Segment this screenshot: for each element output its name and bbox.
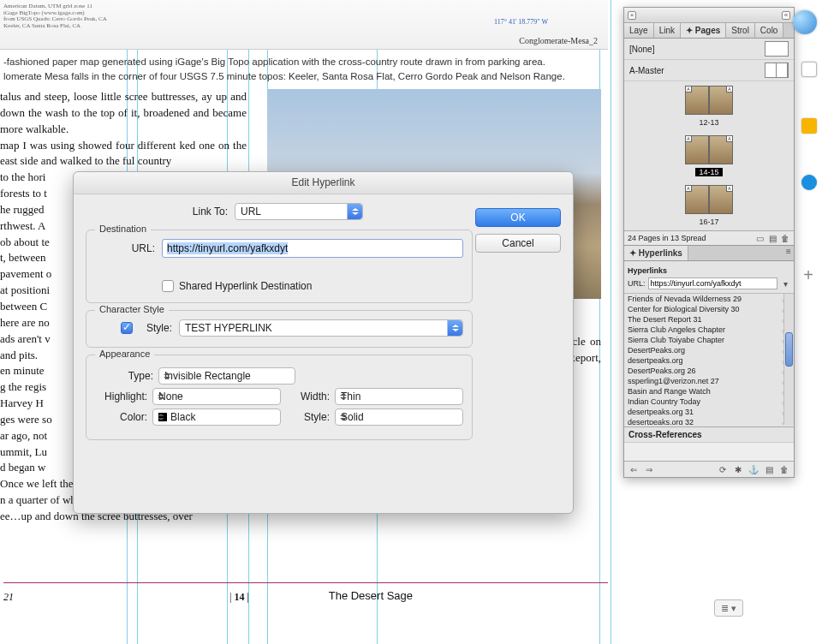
hyperlink-item[interactable]: Sierra Club Angeles Chapter — [624, 325, 794, 335]
caption-line2: lomerate Mesa falls in the corner of fou… — [3, 69, 603, 84]
coords-left: -117° 47' 28.295" W — [3, 0, 60, 2]
scrollbar[interactable] — [783, 294, 794, 425]
map-title: Conglomerate-Mesa_2 — [519, 35, 598, 48]
spread-12-13[interactable]: AA12-13 — [624, 81, 794, 131]
hyperlink-item[interactable]: The Desert Report 31 — [624, 314, 794, 325]
url-label: URL: — [95, 242, 155, 254]
link-to-select[interactable]: URL — [235, 203, 363, 220]
highlight-select[interactable]: None — [152, 388, 281, 405]
side-app-icons — [801, 27, 817, 190]
style-checkbox[interactable] — [121, 322, 133, 334]
hyperlinks-list[interactable]: Friends of Nevada Wilderness 29Center fo… — [624, 293, 794, 425]
close-icon[interactable]: × — [628, 11, 636, 20]
hyperlinks-iconbar: ⇐ ⇒ ⟳ ✱ ⚓ ▤ 🗑 — [624, 461, 794, 477]
link-to-label: Link To: — [180, 206, 228, 218]
highlight-label: Highlight: — [95, 391, 147, 402]
spread-14-15[interactable]: AA14-15 — [624, 131, 794, 181]
panel-tab-colo[interactable]: Colo — [755, 23, 784, 38]
coords-right: 117° 41' 18.779" W — [494, 17, 548, 27]
pages-panel-tabs: LayeLink✦ PagesStrolColo — [624, 23, 794, 39]
dialog-title: Edit Hyperlink — [74, 172, 573, 194]
calendar-icon[interactable] — [801, 62, 817, 77]
type-label: Type: — [95, 370, 153, 382]
hyperlink-item[interactable]: Indian Country Today — [624, 397, 794, 407]
new-page-icon[interactable]: ▤ — [767, 233, 777, 243]
style2-select[interactable]: Solid — [335, 408, 463, 426]
new-hyperlink-icon[interactable]: ▤ — [764, 464, 774, 474]
pages-status-bar: 24 Pages in 13 Spread ▭ ▤ 🗑 — [624, 230, 794, 245]
cross-references-header[interactable]: Cross-References — [624, 426, 794, 442]
keep-icon[interactable] — [801, 118, 817, 134]
footer-publication: The Desert Sage — [329, 588, 413, 605]
trash-icon[interactable]: 🗑 — [779, 464, 789, 474]
link-icon[interactable]: ✱ — [733, 464, 743, 474]
hyperlink-item[interactable]: Center for Biological Diversity 30 — [624, 304, 794, 314]
anchor-icon[interactable]: ⚓ — [748, 464, 759, 474]
hyperlink-item[interactable]: desertpeaks.org — [624, 355, 794, 366]
master-none[interactable]: [None] — [624, 39, 794, 60]
page-number-center: | 14 | — [229, 590, 249, 605]
hyperlink-item[interactable]: desertpeaks.org 32 — [624, 417, 794, 425]
page-number-left: 21 — [3, 590, 14, 605]
hl-url-input[interactable] — [648, 277, 777, 289]
edit-page-icon[interactable]: ▭ — [754, 233, 765, 243]
style2-label: Style: — [291, 411, 330, 423]
edit-hyperlink-dialog: Edit Hyperlink OK Cancel Link To: URL De… — [73, 171, 574, 514]
appearance-legend: Appearance — [95, 349, 154, 359]
pages-panel-body: [None] A-Master AA12-13AA14-15AA16-17 24… — [624, 39, 794, 245]
shared-label: Shared Hyperlink Destination — [179, 280, 312, 292]
destination-legend: Destination — [95, 224, 151, 234]
cancel-button[interactable]: Cancel — [475, 234, 561, 253]
hl-url-dropdown-icon[interactable]: ▾ — [780, 278, 790, 289]
hyperlinks-panel: ✦ Hyperlinks ≡ Hyperlinks URL: ▾ Friends… — [624, 245, 794, 477]
go-forward-icon[interactable]: ⇒ — [644, 464, 654, 474]
appearance-fieldset: Appearance Type: Invisible Rectangle Hig… — [86, 355, 473, 440]
pages-status-text: 24 Pages in 13 Spread — [628, 234, 706, 242]
panel-tab-laye[interactable]: Laye — [624, 23, 654, 38]
hyperlink-item[interactable]: Basin and Range Watch — [624, 386, 794, 397]
ok-button[interactable]: OK — [475, 208, 561, 227]
hyperlinks-tab[interactable]: ✦ Hyperlinks — [624, 246, 688, 260]
width-label: Width: — [291, 391, 330, 402]
map-header: American Datum, UTM grid zone 11 iGage B… — [0, 0, 608, 50]
rule — [3, 582, 608, 583]
caption-line1: -fashioned paper map generated using iGa… — [3, 55, 603, 69]
cross-references-body — [624, 442, 794, 461]
panel-stack: × « LayeLink✦ PagesStrolColo [None] A-Ma… — [623, 7, 795, 478]
destination-fieldset: Destination URL: https://tinyurl.com/yaf… — [86, 230, 473, 303]
panel-topbar[interactable]: × « — [624, 8, 794, 23]
hyperlink-item[interactable]: Friends of Nevada Wilderness 29 — [624, 294, 794, 304]
hl-url-label: URL: — [628, 279, 646, 288]
character-style-select[interactable]: TEST HYPERLINK — [179, 319, 463, 337]
type-select[interactable]: Invisible Rectangle — [158, 367, 295, 385]
shared-checkbox[interactable] — [162, 280, 174, 292]
hyperlink-item[interactable]: Sierra Club Toiyabe Chapter — [624, 335, 794, 345]
width-select[interactable]: Thin — [335, 388, 463, 405]
hyperlink-item[interactable]: DesertPeaks.org — [624, 345, 794, 355]
panel-menu-icon[interactable]: ≡ — [783, 246, 794, 256]
hyperlink-item[interactable]: DesertPeaks.org 26 — [624, 366, 794, 376]
add-sidebar-icon[interactable]: + — [803, 265, 813, 285]
master-a[interactable]: A-Master — [624, 60, 794, 81]
list-style-button[interactable]: ≣ ▾ — [714, 599, 743, 617]
color-select[interactable]: Black — [152, 408, 281, 426]
trash-icon[interactable]: 🗑 — [780, 233, 790, 243]
update-icon[interactable]: ⟳ — [718, 464, 728, 474]
collapse-icon[interactable]: « — [782, 11, 790, 20]
character-style-legend: Character Style — [95, 304, 169, 314]
map-datum: American Datum, UTM grid zone 11 iGage B… — [3, 3, 107, 30]
panel-tab-link[interactable]: Link — [654, 23, 681, 38]
panel-tab-pages[interactable]: ✦ Pages — [681, 23, 726, 38]
spread-16-17[interactable]: AA16-17 — [624, 181, 794, 230]
style-label: Style: — [138, 322, 172, 334]
color-label: Color: — [95, 411, 147, 423]
panel-tab-strol[interactable]: Strol — [726, 23, 755, 38]
hyperlink-item[interactable]: desertpeaks.org 31 — [624, 407, 794, 417]
tasks-icon[interactable] — [801, 175, 817, 190]
hyperlink-item[interactable]: ssperling1@verizon.net 27 — [624, 376, 794, 386]
go-back-icon[interactable]: ⇐ — [628, 464, 639, 474]
url-input[interactable]: https://tinyurl.com/yafkxdyt — [162, 239, 463, 258]
figure-caption: -fashioned paper map generated using iGa… — [3, 55, 603, 83]
character-style-fieldset: Character Style Style: TEST HYPERLINK — [86, 310, 473, 348]
hyperlinks-heading: Hyperlinks — [628, 266, 790, 275]
